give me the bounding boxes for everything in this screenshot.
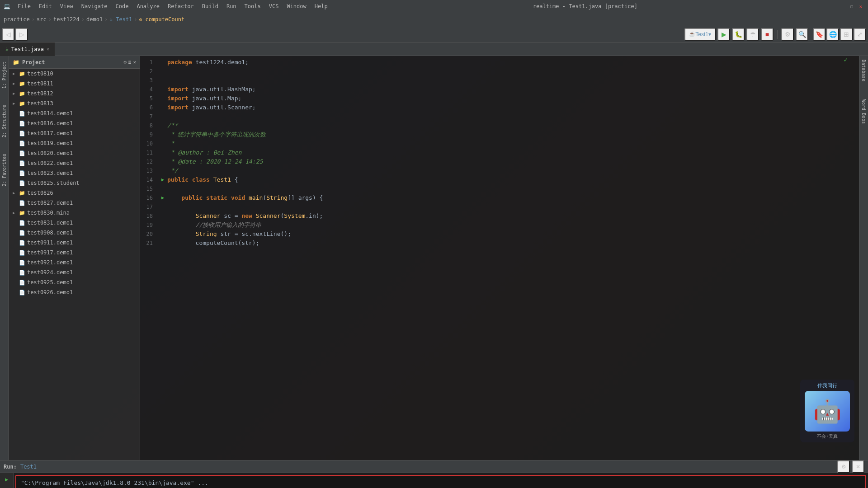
code-line-6: 6 import java.util.Scanner;	[140, 103, 859, 112]
code-line-14: 14 ▶ public class Test1 {	[140, 175, 859, 184]
sidebar-item-test0825[interactable]: 📄 test0825.student	[9, 178, 140, 188]
doraemon-image: 🤖	[805, 391, 850, 432]
menu-run[interactable]: Run	[223, 2, 240, 10]
run-button[interactable]: ▶	[717, 28, 730, 41]
sidebar-options-button[interactable]: ⚙	[123, 59, 127, 65]
back-button[interactable]: ◁	[2, 28, 14, 41]
left-tab-structure[interactable]: 2: Structure	[1, 101, 8, 141]
file-icon: 📄	[19, 280, 25, 286]
file-icon: 📄	[19, 170, 25, 176]
right-tab-database[interactable]: Database	[860, 58, 867, 83]
sidebar-item-test0908[interactable]: 📄 test0908.demo1	[9, 228, 140, 238]
rerun-button[interactable]: ▶	[2, 475, 11, 484]
sidebar-item-test0926[interactable]: 📄 test0926.demo1	[9, 287, 140, 297]
close-button[interactable]: ✕	[857, 3, 864, 10]
code-line-17: 17	[140, 202, 859, 211]
folder-icon: 📁	[19, 210, 25, 216]
menu-edit[interactable]: Edit	[35, 2, 56, 10]
code-line-19: 19 //接收用户输入的字符串	[140, 221, 859, 230]
expand-button[interactable]: ⤢	[854, 28, 866, 41]
right-panel: Database Word Boos	[859, 56, 868, 460]
breadcrumb-src[interactable]: src	[37, 16, 47, 23]
file-icon: 📄	[19, 240, 25, 246]
breadcrumb-test1224[interactable]: test1224	[53, 16, 80, 23]
toolbar: ◁ ▷ ☕ Test1 ▾ ▶ 🐛 ☂ ■ ⚙ 🔍 🔖 🌐 ⊞ ⤢	[0, 26, 868, 42]
file-icon: 📄	[19, 121, 25, 127]
sidebar-item-test0831[interactable]: 📄 test0831.demo1	[9, 218, 140, 228]
code-editor[interactable]: 1 package test1224.demo1; 2 3 4 import j…	[140, 56, 859, 460]
forward-button[interactable]: ▷	[15, 28, 28, 41]
sidebar-item-test0830[interactable]: ▶ 📁 test0830.mina	[9, 208, 140, 218]
folder-icon: 📁	[19, 190, 25, 196]
no-errors-indicator: ✓	[844, 56, 848, 63]
menu-window[interactable]: Window	[283, 2, 310, 10]
sidebar-item-test0822[interactable]: 📄 test0822.demo1	[9, 158, 140, 168]
sidebar-close-button[interactable]: ✕	[133, 59, 136, 65]
sidebar-item-test0816[interactable]: 📄 test0816.demo1	[9, 118, 140, 128]
main-area: 1: Project 2: Structure 2: Favorites 📁 P…	[0, 56, 868, 460]
sidebar-item-test0810[interactable]: ▶ 📁 test0810	[9, 69, 140, 79]
doraemon-sublabel: 不会·天真	[803, 433, 852, 440]
menu-help[interactable]: Help	[311, 2, 331, 10]
sidebar-item-test0827[interactable]: 📄 test0827.demo1	[9, 198, 140, 208]
menu-code[interactable]: Code	[112, 2, 132, 10]
sidebar-item-test0917[interactable]: 📄 test0917.demo1	[9, 248, 140, 258]
sidebar-item-test0823[interactable]: 📄 test0823.demo1	[9, 168, 140, 178]
sidebar-item-test0924[interactable]: 📄 test0924.demo1	[9, 267, 140, 277]
code-line-1: 1 package test1224.demo1;	[140, 58, 859, 67]
expand-icon: ▶	[13, 91, 17, 96]
search-everywhere-button[interactable]: 🔍	[796, 28, 808, 41]
menu-refactor[interactable]: Refactor	[164, 2, 198, 10]
breadcrumb-test1[interactable]: ☕ Test1	[109, 16, 132, 23]
sidebar-item-test0921[interactable]: 📄 test0921.demo1	[9, 258, 140, 267]
code-line-20: 20 String str = sc.nextLine();	[140, 230, 859, 239]
coverage-button[interactable]: ☂	[746, 28, 759, 41]
tab-test1java[interactable]: ☕ Test1.java ✕	[0, 42, 55, 56]
sidebar-item-test0817[interactable]: 📄 test0817.demo1	[9, 128, 140, 138]
tab-close-button[interactable]: ✕	[47, 47, 49, 52]
sidebar-item-test0819[interactable]: 📄 test0819.demo1	[9, 138, 140, 148]
run-close-button[interactable]: ✕	[852, 460, 864, 473]
sidebar-item-test0826[interactable]: ▶ 📁 test0826	[9, 188, 140, 198]
menu-vcs[interactable]: VCS	[265, 2, 283, 10]
sidebar-item-test0814[interactable]: 📄 test0814.demo1	[9, 108, 140, 118]
run-arrow-14[interactable]: ▶	[161, 175, 165, 184]
right-tab-wordboos[interactable]: Word Boos	[860, 98, 867, 126]
window-title: realtime - Test1.java [practice]	[331, 3, 839, 9]
run-config-selector[interactable]: ☕ Test1 ▾	[684, 28, 716, 41]
run-settings-button[interactable]: ⚙	[837, 460, 850, 473]
stop-run-button[interactable]: ■	[2, 486, 11, 488]
breadcrumb-demo1[interactable]: demo1	[86, 16, 103, 23]
translate-button[interactable]: 🌐	[826, 28, 839, 41]
settings-button[interactable]: ⚙	[781, 28, 794, 41]
breadcrumb-practice[interactable]: practice	[4, 16, 30, 23]
sidebar-collapse-button[interactable]: ≡	[128, 59, 132, 65]
left-tab-favorites[interactable]: 2: Favorites	[1, 150, 8, 190]
layout-button[interactable]: ⊞	[840, 28, 853, 41]
file-icon: 📄	[19, 150, 25, 156]
file-icon: 📄	[19, 290, 25, 296]
sidebar-item-test0811[interactable]: ▶ 📁 test0811	[9, 79, 140, 89]
menu-navigate[interactable]: Navigate	[78, 2, 111, 10]
expand-icon: ▶	[13, 71, 17, 76]
sidebar-item-test0925[interactable]: 📄 test0925.demo1	[9, 277, 140, 287]
menu-tools[interactable]: Tools	[241, 2, 264, 10]
menu-build[interactable]: Build	[198, 2, 222, 10]
sidebar-item-test0911[interactable]: 📄 test0911.demo1	[9, 238, 140, 248]
sidebar-item-test0812[interactable]: ▶ 📁 test0812	[9, 89, 140, 99]
sidebar-item-test0820[interactable]: 📄 test0820.demo1	[9, 148, 140, 158]
minimize-button[interactable]: —	[839, 3, 846, 10]
menu-analyze[interactable]: Analyze	[133, 2, 163, 10]
left-tab-project[interactable]: 1: Project	[1, 58, 8, 92]
debug-button[interactable]: 🐛	[732, 28, 745, 41]
bookmark-button[interactable]: 🔖	[813, 28, 826, 41]
menu-file[interactable]: File	[14, 2, 34, 10]
sidebar-item-test0813[interactable]: ▶ 📁 test0813	[9, 99, 140, 108]
breadcrumb-computecount[interactable]: ⚙ computeCount	[139, 16, 185, 23]
folder-icon: 📁	[19, 71, 25, 77]
run-arrow-16[interactable]: ▶	[161, 193, 165, 202]
menu-view[interactable]: View	[57, 2, 77, 10]
terminal-command-line: "C:\Program Files\Java\jdk1.8.0_231\bin\…	[21, 479, 861, 488]
stop-button[interactable]: ■	[761, 28, 774, 41]
maximize-button[interactable]: ☐	[848, 3, 855, 10]
